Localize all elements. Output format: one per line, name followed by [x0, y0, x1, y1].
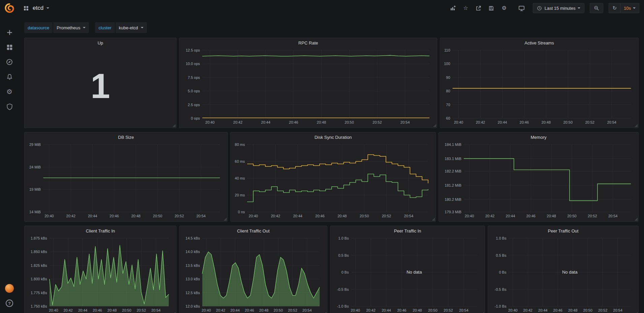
- panel-title-peer-traffic-out[interactable]: Peer Traffic Out: [488, 226, 638, 236]
- svg-text:14.0 kBs: 14.0 kBs: [186, 250, 200, 254]
- panel-peer-traffic-out: Peer Traffic Out 20:4020:4220:4420:4620:…: [488, 226, 639, 313]
- svg-text:20:42: 20:42: [485, 214, 495, 218]
- sidebar-item-dashboards[interactable]: [5, 43, 13, 51]
- svg-text:20:46: 20:46: [109, 214, 119, 218]
- panel-active-streams: Active Streams 20:4020:4220:4420:4620:48…: [440, 38, 639, 128]
- star-button[interactable]: ☆: [462, 4, 470, 12]
- svg-text:20:46: 20:46: [315, 214, 325, 218]
- chevron-down-icon: [46, 7, 49, 9]
- panel-disk-sync-duration: Disk Sync Duration 20:4020:4220:4420:462…: [230, 132, 436, 222]
- sidebar-item-explore[interactable]: [5, 58, 13, 66]
- svg-text:20:50: 20:50: [563, 120, 573, 124]
- variable-datasource-selected: Prometheus: [57, 25, 80, 30]
- panel-row-2: DB Size 20:4020:4220:4420:4620:4820:5020…: [24, 132, 639, 222]
- panel-resize-handle[interactable]: [432, 218, 435, 221]
- navbar-actions: ☆ ⚙: [449, 3, 644, 13]
- panel-resize-handle[interactable]: [224, 218, 227, 221]
- svg-text:1.850 kBs: 1.850 kBs: [31, 250, 47, 254]
- panel-title-db-size[interactable]: DB Size: [25, 132, 227, 142]
- variable-cluster-value[interactable]: kube-etcd: [116, 22, 147, 33]
- svg-text:20:48: 20:48: [259, 308, 269, 312]
- sidebar-item-alerting[interactable]: [5, 73, 13, 81]
- variable-datasource: datasource Prometheus: [24, 22, 89, 33]
- svg-text:14.5 kBs: 14.5 kBs: [186, 236, 200, 240]
- sidebar-item-server-admin[interactable]: [5, 102, 13, 111]
- svg-text:20:52: 20:52: [598, 308, 608, 312]
- peer-traffic-out-chart[interactable]: 20:4020:4220:4420:4620:4820:5020:5220:54…: [489, 236, 636, 313]
- panel-title-active-streams[interactable]: Active Streams: [440, 38, 638, 48]
- svg-text:20:44: 20:44: [498, 120, 507, 124]
- sidebar-item-help[interactable]: ?: [6, 300, 13, 307]
- panel-title-disk-sync-duration[interactable]: Disk Sync Duration: [231, 132, 436, 142]
- svg-text:20:44: 20:44: [261, 120, 270, 124]
- add-panel-button[interactable]: [449, 4, 457, 12]
- svg-text:20:46: 20:46: [553, 308, 562, 312]
- active-streams-chart[interactable]: 20:4020:4220:4420:4620:4820:5020:5220:54…: [442, 48, 636, 126]
- svg-text:5.0 ops: 5.0 ops: [188, 89, 200, 93]
- variable-cluster-selected: kube-etcd: [119, 25, 138, 30]
- refresh-interval-button[interactable]: 10s: [620, 3, 639, 13]
- svg-text:20:46: 20:46: [520, 120, 529, 124]
- svg-text:20:52: 20:52: [444, 308, 453, 312]
- svg-text:12.5 ops: 12.5 ops: [186, 48, 200, 52]
- panel-title-peer-traffic-in[interactable]: Peer Traffic In: [330, 226, 485, 236]
- svg-text:1.775 kBs: 1.775 kBs: [31, 291, 47, 295]
- panel-resize-handle[interactable]: [635, 124, 638, 127]
- grafana-logo-icon: [5, 3, 14, 13]
- svg-text:20:52: 20:52: [588, 214, 597, 218]
- svg-text:20:48: 20:48: [542, 120, 551, 124]
- db-size-chart[interactable]: 20:4020:4220:4420:4620:4820:5020:5220:54…: [26, 142, 225, 220]
- panel-peer-traffic-in: Peer Traffic In 20:4020:4220:4420:4620:4…: [330, 226, 485, 313]
- panel-resize-handle[interactable]: [635, 218, 638, 221]
- grafana-logo[interactable]: [0, 3, 19, 13]
- svg-text:20:54: 20:54: [400, 120, 410, 124]
- svg-text:0 Bs: 0 Bs: [499, 270, 507, 274]
- svg-text:20:48: 20:48: [413, 308, 422, 312]
- dashboard-settings-button[interactable]: ⚙: [501, 4, 508, 12]
- svg-text:1.0 Bs: 1.0 Bs: [496, 236, 507, 240]
- client-traffic-in-chart[interactable]: 20:4020:4220:4420:4620:4820:5020:5220:54…: [26, 236, 174, 313]
- panel-resize-handle[interactable]: [172, 124, 175, 127]
- peer-traffic-in-chart[interactable]: 20:4020:4220:4420:4620:4820:5020:5220:54…: [332, 236, 483, 313]
- panel-title-memory[interactable]: Memory: [439, 132, 638, 142]
- panel-title-client-traffic-in[interactable]: Client Traffic In: [25, 226, 176, 236]
- panel-title-up[interactable]: Up: [25, 38, 176, 48]
- svg-text:90: 90: [446, 75, 450, 80]
- panel-title-rpc-rate[interactable]: RPC Rate: [180, 38, 437, 48]
- client-traffic-out-chart[interactable]: 20:4020:4220:4420:4620:4820:5020:5220:54…: [181, 236, 325, 313]
- save-button[interactable]: [488, 4, 495, 12]
- svg-text:19 MiB: 19 MiB: [29, 187, 41, 191]
- svg-text:1.750 kBs: 1.750 kBs: [31, 304, 47, 308]
- share-button[interactable]: [475, 4, 482, 12]
- svg-text:20:42: 20:42: [216, 308, 225, 312]
- svg-text:12.5 kBs: 12.5 kBs: [186, 291, 200, 295]
- svg-text:20:50: 20:50: [153, 214, 162, 218]
- zoom-out-button[interactable]: [590, 3, 603, 13]
- time-range-picker[interactable]: Last 15 minutes: [533, 3, 585, 13]
- variable-datasource-label: datasource: [24, 22, 53, 33]
- svg-text:20:54: 20:54: [151, 308, 161, 312]
- variable-datasource-value[interactable]: Prometheus: [53, 22, 89, 33]
- cycle-view-mode-button[interactable]: [518, 4, 525, 12]
- disk-sync-duration-chart[interactable]: 20:4020:4220:4420:4620:4820:5020:5220:54…: [232, 142, 433, 220]
- time-range-label: Last 15 minutes: [545, 6, 576, 11]
- svg-text:20:48: 20:48: [547, 214, 556, 218]
- svg-text:20:52: 20:52: [288, 308, 297, 312]
- svg-text:20:40: 20:40: [44, 214, 54, 218]
- sidebar-item-configuration[interactable]: ⚙: [5, 88, 13, 96]
- rpc-rate-chart[interactable]: 20:4020:4220:4420:4620:4820:5020:5220:54…: [181, 48, 435, 126]
- dashboard-title-button[interactable]: etcd: [19, 4, 53, 12]
- svg-text:20:50: 20:50: [428, 308, 438, 312]
- panel-title-client-traffic-out[interactable]: Client Traffic Out: [180, 226, 327, 236]
- memory-chart[interactable]: 20:4020:4220:4420:4620:4820:5020:5220:54…: [440, 142, 636, 220]
- user-avatar[interactable]: [5, 284, 14, 293]
- panel-row-3: Client Traffic In 20:4020:4220:4420:4620…: [24, 226, 639, 313]
- panel-client-traffic-out: Client Traffic Out 20:4020:4220:4420:462…: [179, 226, 327, 313]
- svg-text:0.5 Bs: 0.5 Bs: [338, 253, 349, 257]
- refresh-button[interactable]: ↻: [609, 3, 620, 13]
- panel-up: Up 1: [24, 38, 176, 128]
- dashboard-content: datasource Prometheus cluster kube-etcd …: [19, 16, 644, 313]
- sidebar-item-create[interactable]: [5, 28, 13, 36]
- panel-resize-handle[interactable]: [433, 124, 436, 127]
- svg-text:20:40: 20:40: [465, 214, 474, 218]
